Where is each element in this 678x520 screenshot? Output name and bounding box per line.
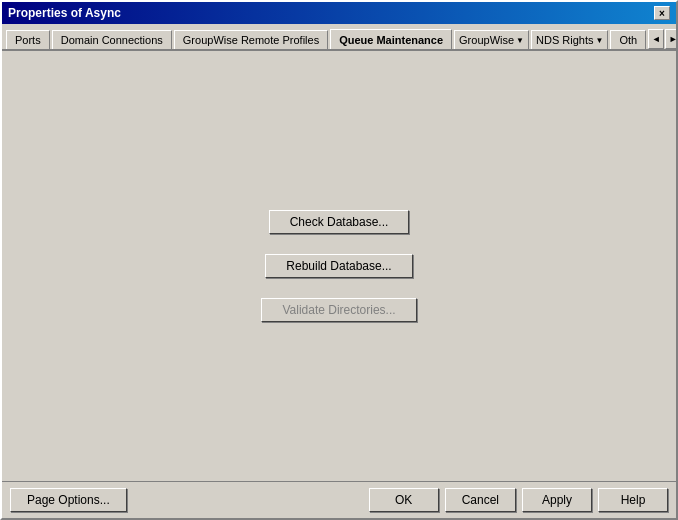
tab-groupwise-remote-profiles[interactable]: GroupWise Remote Profiles	[174, 30, 328, 50]
cancel-button[interactable]: Cancel	[445, 488, 516, 512]
window-title: Properties of Async	[8, 6, 121, 20]
tab-nav-group: ◄ ►	[648, 29, 676, 49]
ok-button[interactable]: OK	[369, 488, 439, 512]
tab-ports[interactable]: Ports	[6, 30, 50, 50]
tab-other[interactable]: Oth	[610, 30, 646, 50]
groupwise-dropdown-arrow: ▼	[516, 36, 524, 45]
tab-nav-prev[interactable]: ◄	[648, 29, 664, 49]
tab-domain-connections[interactable]: Domain Connections	[52, 30, 172, 50]
content-area: Check Database... Rebuild Database... Va…	[2, 51, 676, 481]
validate-directories-button[interactable]: Validate Directories...	[261, 298, 416, 322]
apply-button[interactable]: Apply	[522, 488, 592, 512]
tab-nav-next[interactable]: ►	[665, 29, 676, 49]
rebuild-database-button[interactable]: Rebuild Database...	[265, 254, 412, 278]
check-database-button[interactable]: Check Database...	[269, 210, 410, 234]
tab-nds-rights[interactable]: NDS Rights ▼	[531, 30, 608, 50]
tab-bar: Ports Domain Connections GroupWise Remot…	[2, 24, 676, 51]
tab-groupwise[interactable]: GroupWise ▼	[454, 30, 529, 50]
page-options-button[interactable]: Page Options...	[10, 488, 127, 512]
footer: Page Options... OK Cancel Apply Help	[2, 481, 676, 518]
title-bar: Properties of Async ×	[2, 2, 676, 24]
footer-right-buttons: OK Cancel Apply Help	[369, 488, 668, 512]
properties-window: Properties of Async × Ports Domain Conne…	[0, 0, 678, 520]
nds-rights-dropdown-arrow: ▼	[595, 36, 603, 45]
close-button[interactable]: ×	[654, 6, 670, 20]
help-button[interactable]: Help	[598, 488, 668, 512]
tab-queue-maintenance[interactable]: Queue Maintenance	[330, 29, 452, 50]
